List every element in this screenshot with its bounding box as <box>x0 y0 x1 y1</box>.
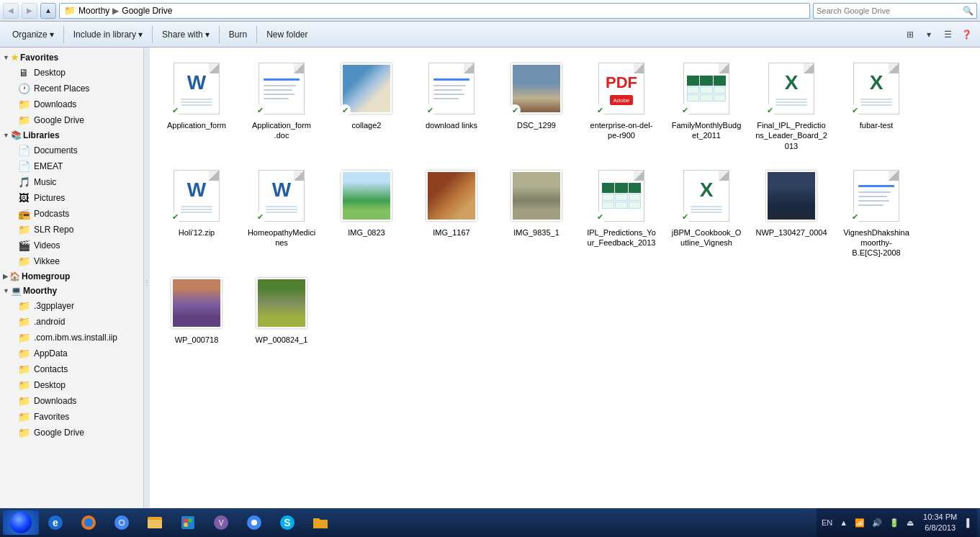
file-item[interactable]: X ✔ jBPM_Cookbook_Outline_Vignesh <box>667 162 746 263</box>
tray-usb[interactable]: ⏏ <box>904 518 916 528</box>
file-item[interactable]: WP_000824_1 <box>242 269 321 350</box>
image-thumb <box>256 278 307 328</box>
taskbar-app-ie[interactable]: e <box>40 510 71 535</box>
sync-check-badge: ✔ <box>509 104 521 116</box>
tray-show-desktop[interactable]: ▌ <box>964 518 974 527</box>
file-item[interactable]: IMG_1167 <box>412 162 491 263</box>
file-item[interactable]: IMG_9835_1 <box>497 162 576 263</box>
file-item[interactable]: IMG_0823 <box>327 162 406 263</box>
taskbar-app-chrome[interactable] <box>106 510 138 535</box>
sidebar-item-music[interactable]: 🎵 Music <box>6 174 143 190</box>
sync-check-badge: ✔ <box>594 212 606 223</box>
sidebar-item-appdata[interactable]: 📁 AppData <box>6 346 143 361</box>
up-button[interactable]: ▲ <box>40 3 56 19</box>
organize-button[interactable]: Organize ▾ <box>6 24 60 45</box>
new-folder-button[interactable]: New folder <box>260 24 314 45</box>
include-library-button[interactable]: Include in library ▾ <box>67 24 149 45</box>
file-icon-wrap: ✔ <box>423 60 480 117</box>
sidebar-item-ibm[interactable]: 📁 .com.ibm.ws.install.iip <box>6 330 143 346</box>
file-item[interactable]: ✔ VigneshDhakshinamoorthy-B.E[CS]-2008 <box>837 162 916 263</box>
taskbar-app-paint[interactable] <box>172 510 204 535</box>
sync-check-badge: ✔ <box>169 104 181 116</box>
view-large-icons-button[interactable]: ⊞ <box>902 27 918 42</box>
taskbar-app-explorer[interactable] <box>139 510 171 535</box>
file-item[interactable]: WP_000718 <box>157 269 236 350</box>
homegroup-header[interactable]: ▶ 🏠 Homegroup <box>0 269 143 284</box>
file-item[interactable]: PDF Adobe ✔ enterprise-on-del-pe-r900 <box>582 55 661 156</box>
libraries-icon: 📚 <box>11 130 22 140</box>
sidebar-item-podcasts[interactable]: 📻 Podcasts <box>6 206 143 222</box>
taskbar-app-skype[interactable]: S <box>271 510 303 535</box>
sync-check-badge: ✔ <box>254 104 266 116</box>
tray-lang[interactable]: EN <box>819 518 835 527</box>
svg-text:e: e <box>53 517 58 528</box>
sidebar-item-vikkee[interactable]: 📁 Vikkee <box>6 253 143 269</box>
include-library-dropdown-icon: ▾ <box>138 30 143 40</box>
tray-battery[interactable]: 🔋 <box>887 518 902 528</box>
file-item[interactable]: X ✔ Final_IPL_Predictions_Leader_Board_2… <box>752 55 831 156</box>
back-button[interactable]: ◀ <box>3 3 19 19</box>
taskbar-app-chrome2[interactable] <box>238 510 270 535</box>
file-item[interactable]: ✔ IPL_Predictions_Your_Feedback_2013 <box>582 162 661 263</box>
sidebar-item-slr-repo[interactable]: 📁 SLR Repo <box>6 222 143 238</box>
sidebar-item-documents[interactable]: 📄 Documents <box>6 143 143 158</box>
view-dropdown-button[interactable]: ▾ <box>921 27 937 42</box>
gdoc-icon <box>259 63 305 114</box>
file-icon-wrap <box>338 167 395 225</box>
path-separator: ▶ <box>112 6 119 16</box>
search-input[interactable] <box>817 6 963 15</box>
resize-handle[interactable]: ⋮ <box>144 48 150 517</box>
view-details-button[interactable]: ☰ <box>940 27 956 42</box>
favorites-arrow: ▼ <box>3 54 9 61</box>
computer-header[interactable]: ▼ 💻 Moorthy <box>0 284 143 298</box>
taskbar-app-folder[interactable] <box>305 510 336 535</box>
tray-volume[interactable]: 🔊 <box>870 518 884 528</box>
file-label: IPL_Predictions_Your_Feedback_2013 <box>585 227 657 248</box>
taskbar-app-viber[interactable]: V <box>205 510 237 535</box>
sidebar-item-emeat[interactable]: 📄 EMEAT <box>6 158 143 174</box>
help-button[interactable]: ❓ <box>958 27 974 42</box>
start-button[interactable] <box>3 510 39 535</box>
sidebar-item-pictures[interactable]: 🖼 Pictures <box>6 190 143 206</box>
burn-button[interactable]: Burn <box>222 24 253 45</box>
sidebar-item-google-drive-fav[interactable]: 📁 Google Drive <box>6 112 143 128</box>
sidebar-item-contacts[interactable]: 📁 Contacts <box>6 361 143 377</box>
file-item[interactable]: ✔ collage2 <box>327 55 406 156</box>
file-item[interactable]: W ✔ Holi'12.zip <box>157 162 236 263</box>
file-item[interactable]: ✔ FamilyMonthlyBudget_2011 <box>667 55 746 156</box>
sidebar-item-googledrive-comp[interactable]: 📁 Google Drive <box>6 425 143 441</box>
sidebar-item-downloads-comp[interactable]: 📁 Downloads <box>6 393 143 409</box>
file-icon-wrap <box>253 274 310 332</box>
appdata-icon: 📁 <box>17 348 30 359</box>
file-item[interactable]: W ✔ Application_form <box>157 55 236 156</box>
file-label: IMG_1167 <box>433 227 469 238</box>
tray-arrow-up[interactable]: ▲ <box>837 518 850 527</box>
sidebar-item-videos[interactable]: 🎬 Videos <box>6 238 143 253</box>
sidebar-item-favorites-comp[interactable]: 📁 Favorites <box>6 409 143 425</box>
sidebar-item-recent-places[interactable]: 🕐 Recent Places <box>6 81 143 96</box>
forward-button[interactable]: ▶ <box>22 3 37 19</box>
clock[interactable]: 10:34 PM 6/8/2013 <box>919 512 961 534</box>
address-bar[interactable]: 📁 Moorthy ▶ Google Drive <box>59 3 810 19</box>
sidebar-item-desktop[interactable]: 🖥 Desktop <box>6 65 143 81</box>
file-item[interactable]: X ✔ fubar-test <box>837 55 916 156</box>
sidebar-item-desktop-comp[interactable]: 📁 Desktop <box>6 377 143 393</box>
sidebar-item-3gpplayer[interactable]: 📁 .3gpplayer <box>6 298 143 314</box>
favorites-header[interactable]: ▼ ★ Favorites <box>0 50 143 65</box>
file-item[interactable]: NWP_130427_0004 <box>752 162 831 263</box>
gdoc-icon <box>428 63 475 114</box>
share-with-button[interactable]: Share with ▾ <box>156 24 216 45</box>
file-item[interactable]: ✔ DSC_1299 <box>497 55 576 156</box>
sync-check-badge: ✔ <box>849 212 860 223</box>
sidebar-item-android[interactable]: 📁 .android <box>6 314 143 330</box>
image-thumb <box>171 278 222 328</box>
search-bar[interactable]: 🔍 <box>813 3 977 19</box>
search-icon: 🔍 <box>963 6 974 16</box>
libraries-header[interactable]: ▼ 📚 Libraries <box>0 128 143 143</box>
taskbar-app-firefox[interactable] <box>73 510 104 535</box>
tray-network[interactable]: 📶 <box>853 518 867 528</box>
sidebar-item-downloads-fav[interactable]: 📁 Downloads <box>6 96 143 112</box>
file-item[interactable]: W ✔ HomeopathyMedicines <box>242 162 321 263</box>
file-item[interactable]: ✔ download links <box>412 55 491 156</box>
file-item[interactable]: ✔ Application_form .doc <box>242 55 321 156</box>
